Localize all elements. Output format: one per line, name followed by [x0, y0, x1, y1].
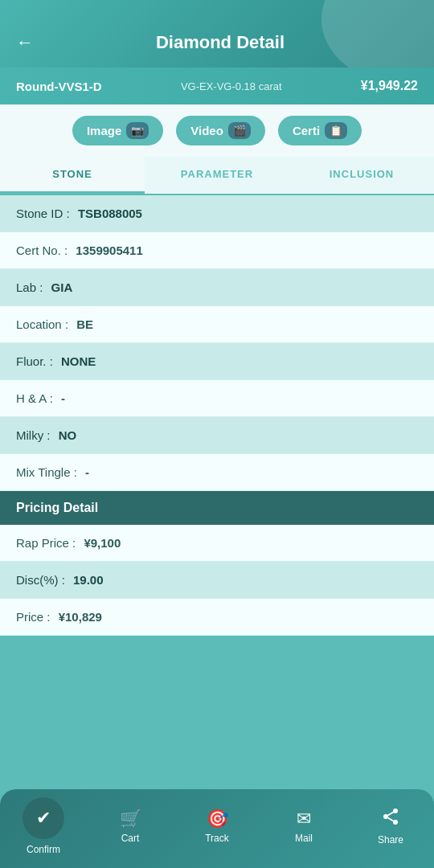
rap-price-label: Rap Price : — [16, 536, 76, 550]
back-button[interactable]: ← — [16, 32, 34, 53]
mix-tingle-label: Mix Tingle : — [16, 465, 77, 479]
hna-row: H & A : - — [0, 380, 434, 417]
track-label: Track — [205, 833, 229, 844]
milky-label: Milky : — [16, 428, 51, 442]
pricing-header: Pricing Detail — [0, 491, 434, 525]
sub-header: Round-VVS1-D VG-EX-VG-0.18 carat ¥1,949.… — [0, 68, 434, 104]
svg-point-0 — [321, 0, 434, 68]
share-nav-item[interactable]: Share — [358, 807, 423, 845]
cert-no-label: Cert No. : — [16, 244, 68, 257]
stone-id-label: Stone ID : — [16, 207, 70, 220]
stone-id-value: TSB088005 — [78, 207, 142, 220]
svg-line-5 — [388, 813, 394, 816]
mail-icon: ✉ — [297, 809, 311, 829]
location-row: Location : BE — [0, 306, 434, 343]
confirm-label: Confirm — [27, 844, 60, 855]
track-nav-item[interactable]: 🎯 Track — [185, 809, 249, 844]
mail-nav-item[interactable]: ✉ Mail — [272, 809, 336, 844]
fluor-value: NONE — [61, 354, 96, 368]
diamond-spec: VG-EX-VG-0.18 carat — [181, 80, 282, 92]
price-row: Price : ¥10,829 — [0, 599, 434, 636]
confirm-nav-item[interactable]: ✔ Confirm — [11, 797, 76, 855]
disc-label: Disc(%) : — [16, 573, 65, 587]
cert-no-row: Cert No. : 1359905411 — [0, 232, 434, 269]
lab-label: Lab : — [16, 280, 43, 294]
disc-row: Disc(%) : 19.00 — [0, 562, 434, 599]
tab-stone[interactable]: STONE — [0, 157, 145, 194]
hna-value: - — [61, 391, 65, 405]
tabs: STONE PARAMETER INCLUSION — [0, 157, 434, 195]
lab-row: Lab : GIA — [0, 269, 434, 306]
cart-nav-item[interactable]: 🛒 Cart — [98, 809, 162, 844]
cert-no-value: 1359905411 — [76, 244, 142, 257]
mix-tingle-value: - — [85, 465, 89, 479]
tab-parameter[interactable]: PARAMETER — [145, 157, 289, 194]
svg-line-4 — [388, 818, 394, 821]
image-button[interactable]: Image 📷 — [72, 116, 163, 145]
disc-value: 19.00 — [73, 573, 104, 587]
tab-inclusion[interactable]: INCLUSION — [289, 157, 434, 194]
lab-value: GIA — [51, 280, 73, 294]
milky-row: Milky : NO — [0, 417, 434, 454]
stone-id-row: Stone ID : TSB088005 — [0, 195, 434, 232]
stone-detail-section: Stone ID : TSB088005 Cert No. : 13599054… — [0, 195, 434, 491]
svg-point-1 — [393, 809, 398, 813]
media-row: Image 📷 Video 🎬 Certi 📋 — [0, 104, 434, 157]
video-label: Video — [190, 124, 223, 137]
milky-value: NO — [59, 428, 77, 442]
certi-button[interactable]: Certi 📋 — [278, 116, 362, 145]
share-label: Share — [378, 834, 403, 845]
video-button[interactable]: Video 🎬 — [176, 116, 265, 145]
price-label: Price : — [16, 610, 51, 624]
certi-icon: 📋 — [325, 122, 347, 139]
cart-icon: 🛒 — [120, 809, 141, 829]
price-value: ¥10,829 — [59, 610, 102, 624]
fluor-label: Fluor. : — [16, 354, 53, 368]
diamond-grade: Round-VVS1-D — [16, 80, 102, 93]
bottom-nav: ✔ Confirm 🛒 Cart 🎯 Track ✉ Mail Share — [0, 789, 434, 868]
header: ← Diamond Detail — [0, 0, 434, 68]
svg-point-2 — [383, 814, 388, 819]
mix-tingle-row: Mix Tingle : - — [0, 454, 434, 491]
location-label: Location : — [16, 317, 68, 331]
video-icon: 🎬 — [228, 122, 251, 139]
hna-label: H & A : — [16, 391, 53, 405]
location-value: BE — [76, 317, 93, 331]
cart-label: Cart — [121, 833, 140, 844]
confirm-icon: ✔ — [23, 797, 64, 839]
image-label: Image — [87, 124, 121, 137]
track-icon: 🎯 — [207, 809, 228, 829]
rap-price-value: ¥9,100 — [84, 536, 121, 550]
image-icon: 📷 — [126, 122, 149, 139]
rap-price-row: Rap Price : ¥9,100 — [0, 525, 434, 562]
fluor-row: Fluor. : NONE — [0, 343, 434, 380]
pricing-section: Rap Price : ¥9,100 Disc(%) : 19.00 Price… — [0, 525, 434, 636]
svg-point-3 — [393, 820, 398, 825]
diamond-price: ¥1,949.22 — [361, 79, 418, 93]
share-icon — [381, 807, 400, 831]
mail-label: Mail — [295, 833, 313, 844]
certi-label: Certi — [293, 124, 320, 137]
